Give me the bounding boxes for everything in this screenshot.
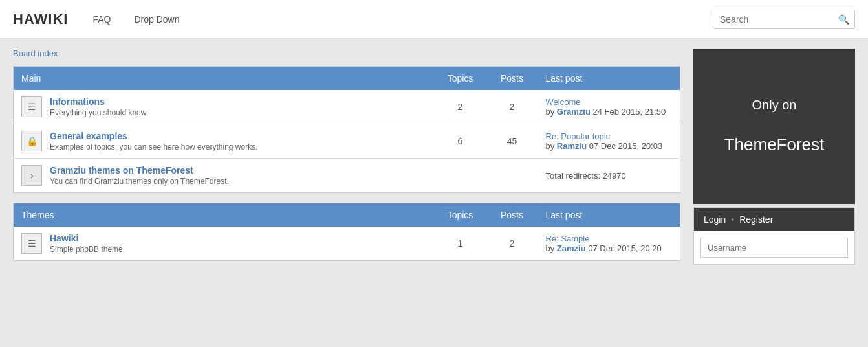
posts-informations: 2 bbox=[486, 90, 538, 124]
register-link[interactable]: Register bbox=[739, 214, 773, 225]
forum-icon-redirect: › bbox=[21, 165, 42, 186]
forum-title-redirect[interactable]: Gramziu themes on ThemeForest bbox=[50, 165, 229, 175]
col-main: Main bbox=[14, 67, 435, 91]
forum-desc-general: Examples of topics, you can see here how… bbox=[50, 142, 258, 151]
lastpost-date-hawiki: 07 Dec 2015, 20:20 bbox=[588, 243, 661, 253]
forum-icon-hawiki: ☰ bbox=[21, 233, 42, 254]
lastpost-link-general[interactable]: Re: Popular topic bbox=[546, 131, 611, 141]
forum-row-inner-general: 🔒 General examples Examples of topics, y… bbox=[21, 131, 427, 151]
forum-icon-general: 🔒 bbox=[21, 131, 42, 151]
lastpost-date-informations: 24 Feb 2015, 21:50 bbox=[593, 107, 666, 117]
lastpost-info-informations: Welcome by Gramziu 24 Feb 2015, 21:50 bbox=[546, 97, 673, 117]
lastpost-informations: Welcome by Gramziu 24 Feb 2015, 21:50 bbox=[538, 90, 680, 124]
forum-title-informations[interactable]: Informations bbox=[50, 96, 148, 107]
topics-hawiki: 1 bbox=[435, 227, 486, 261]
col-themes: Themes bbox=[14, 203, 435, 227]
sidebar-login-header: Login • Register bbox=[694, 208, 854, 231]
nav-dropdown[interactable]: Drop Down bbox=[129, 11, 184, 28]
forum-title-general[interactable]: General examples bbox=[50, 131, 258, 141]
forum-icon-informations: ☰ bbox=[21, 96, 42, 117]
search-box: 🔍 bbox=[713, 10, 855, 29]
col-themes-posts: Posts bbox=[486, 203, 538, 227]
forum-desc-redirect: You can find Gramziu themes only on Them… bbox=[50, 177, 229, 186]
forum-details-informations: Informations Everything you should know. bbox=[50, 96, 148, 117]
lastpost-info-general: Re: Popular topic by Ramziu 07 Dec 2015,… bbox=[546, 131, 673, 151]
nav-faq[interactable]: FAQ bbox=[87, 11, 116, 28]
lastpost-date-general: 07 Dec 2015, 20:03 bbox=[589, 141, 662, 151]
forum-row-inner: ☰ Informations Everything you should kno… bbox=[21, 96, 427, 117]
forum-row-informations: ☰ Informations Everything you should kno… bbox=[14, 90, 680, 124]
sidebar-promo: Only on ThemeForest bbox=[693, 49, 855, 204]
forum-desc-informations: Everything you should know. bbox=[50, 108, 148, 117]
sidebar-login: Login • Register bbox=[693, 207, 855, 265]
forum-details-hawiki: Hawiki Simple phpBB theme. bbox=[50, 233, 125, 254]
forum-cell-redirect: › Gramziu themes on ThemeForest You can … bbox=[14, 159, 435, 193]
lastpost-by-informations: by bbox=[546, 107, 555, 117]
lastpost-hawiki: Re: Sample by Zamziu 07 Dec 2015, 20:20 bbox=[538, 227, 680, 261]
main-content: Board index Main Topics Posts Last post … bbox=[13, 49, 680, 271]
forum-title-hawiki[interactable]: Hawiki bbox=[50, 233, 125, 243]
content-area: Board index Main Topics Posts Last post … bbox=[0, 39, 868, 280]
forum-details-redirect: Gramziu themes on ThemeForest You can fi… bbox=[50, 165, 229, 186]
promo-line1: Only on bbox=[752, 93, 797, 117]
col-lastpost: Last post bbox=[538, 67, 680, 91]
login-link[interactable]: Login bbox=[704, 214, 726, 225]
forum-row-general: 🔒 General examples Examples of topics, y… bbox=[14, 124, 680, 159]
posts-general: 45 bbox=[486, 124, 538, 159]
forum-details-general: General examples Examples of topics, you… bbox=[50, 131, 258, 151]
breadcrumb: Board index bbox=[13, 49, 680, 58]
forum-cell-hawiki: ☰ Hawiki Simple phpBB theme. bbox=[14, 227, 435, 261]
lastpost-redirect: Total redirects: 24970 bbox=[538, 159, 680, 193]
forum-cell-general: 🔒 General examples Examples of topics, y… bbox=[14, 124, 435, 159]
lastpost-link-informations[interactable]: Welcome bbox=[546, 97, 581, 107]
promo-line2: ThemeForest bbox=[724, 129, 825, 160]
lastpost-general: Re: Popular topic by Ramziu 07 Dec 2015,… bbox=[538, 124, 680, 159]
col-topics: Topics bbox=[435, 67, 486, 91]
forum-row-inner-redirect: › Gramziu themes on ThemeForest You can … bbox=[21, 165, 427, 186]
col-themes-lastpost: Last post bbox=[538, 203, 680, 227]
col-themes-topics: Topics bbox=[435, 203, 486, 227]
lastpost-by-hawiki: by bbox=[546, 243, 555, 253]
site-logo[interactable]: HAWIKI bbox=[13, 11, 68, 28]
redirect-info: Total redirects: 24970 bbox=[546, 171, 626, 181]
forum-row-redirect: › Gramziu themes on ThemeForest You can … bbox=[14, 159, 680, 193]
sidebar: Only on ThemeForest Login • Register bbox=[693, 49, 855, 271]
main-table-header: Main Topics Posts Last post bbox=[14, 67, 680, 91]
lastpost-author-hawiki[interactable]: Zamziu bbox=[557, 243, 586, 253]
search-button[interactable]: 🔍 bbox=[833, 10, 854, 28]
lastpost-link-hawiki[interactable]: Re: Sample bbox=[546, 234, 590, 243]
sidebar-login-body bbox=[694, 231, 854, 264]
posts-redirect bbox=[486, 159, 538, 193]
forum-row-hawiki: ☰ Hawiki Simple phpBB theme. 1 2 Re: Sam… bbox=[14, 227, 680, 261]
themes-forum-table: Themes Topics Posts Last post ☰ Hawiki S… bbox=[13, 203, 680, 261]
forum-row-inner-hawiki: ☰ Hawiki Simple phpBB theme. bbox=[21, 233, 427, 254]
lastpost-info-hawiki: Re: Sample by Zamziu 07 Dec 2015, 20:20 bbox=[546, 234, 673, 253]
main-nav: FAQ Drop Down bbox=[87, 11, 713, 28]
lastpost-author-general[interactable]: Ramziu bbox=[557, 141, 587, 151]
main-forum-table: Main Topics Posts Last post ☰ Informatio… bbox=[13, 66, 680, 193]
topics-informations: 2 bbox=[435, 90, 486, 124]
col-posts: Posts bbox=[486, 67, 538, 91]
lastpost-by-general: by bbox=[546, 141, 555, 151]
lastpost-author-informations[interactable]: Gramziu bbox=[557, 107, 591, 117]
topics-redirect bbox=[435, 159, 486, 193]
forum-desc-hawiki: Simple phpBB theme. bbox=[50, 245, 125, 254]
header: HAWIKI FAQ Drop Down 🔍 bbox=[0, 0, 868, 39]
breadcrumb-home[interactable]: Board index bbox=[13, 49, 58, 58]
forum-cell-info: ☰ Informations Everything you should kno… bbox=[14, 90, 435, 124]
topics-general: 6 bbox=[435, 124, 486, 159]
themes-table-header: Themes Topics Posts Last post bbox=[14, 203, 680, 227]
search-input[interactable] bbox=[713, 10, 833, 28]
username-input[interactable] bbox=[700, 238, 848, 258]
login-separator: • bbox=[731, 214, 734, 225]
posts-hawiki: 2 bbox=[486, 227, 538, 261]
